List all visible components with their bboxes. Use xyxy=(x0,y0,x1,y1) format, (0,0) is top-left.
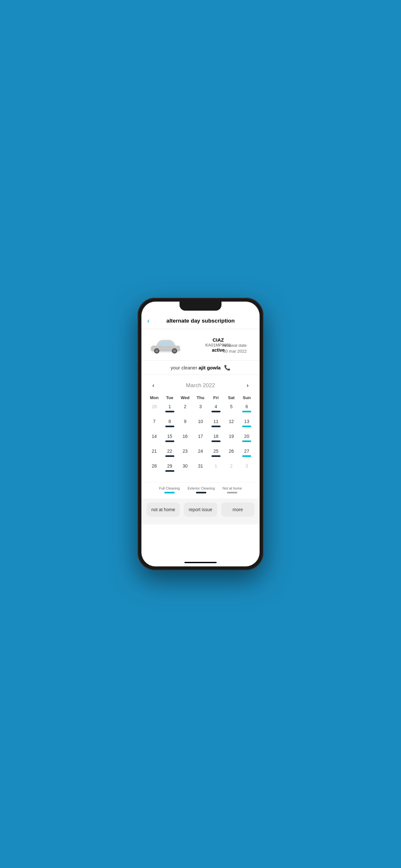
more-button[interactable]: more xyxy=(221,502,254,517)
legend-section: Full CleaningExterior CleaningNot at hom… xyxy=(142,482,259,499)
cal-indicator-exterior xyxy=(165,426,174,427)
cal-date: 23 xyxy=(182,448,188,454)
cal-cell[interactable]: 1 xyxy=(162,403,178,417)
cal-cell[interactable]: 16 xyxy=(177,432,193,446)
cal-date: 25 xyxy=(213,448,219,454)
cal-header-cell-sun: Sun xyxy=(239,394,254,401)
svg-rect-7 xyxy=(150,347,151,349)
cal-cell[interactable]: 12 xyxy=(224,417,239,432)
cal-indicator-exterior xyxy=(212,426,220,427)
cal-cell[interactable]: 5 xyxy=(224,403,239,417)
legend-bar xyxy=(164,492,175,493)
cal-cell[interactable]: 24 xyxy=(193,447,208,461)
legend-label: Full Cleaning xyxy=(159,486,180,490)
cal-header-cell-tue: Tue xyxy=(162,394,178,401)
cal-row-3: 21222324252627 xyxy=(147,447,254,461)
legend-item: Full Cleaning xyxy=(159,486,180,493)
cal-indicator-exterior xyxy=(212,455,220,457)
svg-point-3 xyxy=(155,349,158,352)
cal-cell[interactable]: 7 xyxy=(147,417,162,432)
cal-cell[interactable]: 3 xyxy=(193,403,208,417)
cal-cell[interactable]: 26 xyxy=(224,447,239,461)
cal-header-cell-sat: Sat xyxy=(224,394,239,401)
cal-date: 1 xyxy=(168,404,171,409)
cleaner-label: your cleaner xyxy=(171,365,197,370)
cal-date: 27 xyxy=(244,448,249,454)
renewal-label: renewal date xyxy=(223,343,247,348)
not-at-home-button[interactable]: not at home xyxy=(147,502,180,517)
cal-row-0: 28123456 xyxy=(147,403,254,417)
legend-label: Not at home xyxy=(222,486,242,490)
cal-date: 24 xyxy=(198,448,203,454)
cal-cell[interactable]: 9 xyxy=(177,417,193,432)
cal-cell[interactable]: 21 xyxy=(147,447,162,461)
cal-indicator-exterior xyxy=(165,411,174,412)
cal-row-1: 78910111213 xyxy=(147,417,254,432)
renewal-info: renewal date 30 mar 2022 xyxy=(223,343,247,354)
cal-cell[interactable]: 31 xyxy=(193,462,208,476)
cal-cell[interactable]: 18 xyxy=(208,432,224,446)
back-button[interactable]: ‹ xyxy=(147,317,150,325)
cal-date: 12 xyxy=(229,419,234,424)
car-image xyxy=(148,334,183,355)
action-buttons: not at homereport issuemore xyxy=(142,499,259,524)
cal-cell[interactable]: 15 xyxy=(162,432,178,446)
legend-items: Full CleaningExterior CleaningNot at hom… xyxy=(159,486,242,493)
car-section: CIAZ KA01MP9931 active renewal date 30 m… xyxy=(142,329,259,361)
cal-indicator-full xyxy=(242,411,251,412)
phone-icon[interactable]: 📞 xyxy=(224,365,230,370)
legend-item: Not at home xyxy=(222,486,242,493)
renewal-date: 30 mar 2022 xyxy=(223,349,247,353)
cal-date: 13 xyxy=(244,419,249,424)
cal-indicator-exterior xyxy=(165,455,174,457)
cal-cell[interactable]: 2 xyxy=(224,462,239,476)
cal-cell[interactable]: 11 xyxy=(208,417,224,432)
cal-cell[interactable]: 27 xyxy=(239,447,254,461)
cal-cell[interactable]: 29 xyxy=(162,462,178,476)
cal-date: 22 xyxy=(167,448,173,454)
cal-date: 29 xyxy=(167,463,173,469)
cal-cell[interactable]: 25 xyxy=(208,447,224,461)
cal-header-cell-mon: Mon xyxy=(147,394,162,401)
cal-indicator-full xyxy=(242,426,251,427)
cal-date: 7 xyxy=(153,419,156,424)
cal-date: 2 xyxy=(184,404,186,409)
cal-date: 1 xyxy=(215,463,217,469)
car-svg xyxy=(148,334,183,355)
cal-cell[interactable]: 1 xyxy=(208,462,224,476)
notch xyxy=(180,302,221,311)
cal-date: 21 xyxy=(152,448,157,454)
cal-date: 6 xyxy=(245,404,248,409)
cal-cell[interactable]: 4 xyxy=(208,403,224,417)
cal-cell[interactable]: 28 xyxy=(147,462,162,476)
cal-cell[interactable]: 30 xyxy=(177,462,193,476)
cal-date: 19 xyxy=(229,434,234,439)
cal-cell[interactable]: 17 xyxy=(193,432,208,446)
screen-content: ‹ alternate day subscription xyxy=(142,302,259,566)
next-month-button[interactable]: › xyxy=(244,381,251,390)
report-issue-button[interactable]: report issue xyxy=(184,502,217,517)
legend-bar xyxy=(227,492,237,493)
cal-cell[interactable]: 6 xyxy=(239,403,254,417)
cal-row-4: 28293031123 xyxy=(147,462,254,476)
cal-cell[interactable]: 8 xyxy=(162,417,178,432)
cal-date: 18 xyxy=(213,434,219,439)
svg-point-5 xyxy=(173,349,176,352)
cal-cell[interactable]: 20 xyxy=(239,432,254,446)
cal-date: 15 xyxy=(167,434,173,439)
cal-cell[interactable]: 2 xyxy=(177,403,193,417)
prev-month-button[interactable]: ‹ xyxy=(150,381,157,390)
cal-header-cell-thu: Thu xyxy=(193,394,208,401)
cal-row-2: 14151617181920 xyxy=(147,432,254,446)
calendar-month: March 2022 xyxy=(186,382,215,389)
cal-date: 5 xyxy=(230,404,233,409)
cal-cell[interactable]: 14 xyxy=(147,432,162,446)
cal-cell[interactable]: 22 xyxy=(162,447,178,461)
cal-cell[interactable]: 28 xyxy=(147,403,162,417)
legend-bar xyxy=(196,492,206,493)
cal-cell[interactable]: 23 xyxy=(177,447,193,461)
cal-cell[interactable]: 13 xyxy=(239,417,254,432)
cal-cell[interactable]: 3 xyxy=(239,462,254,476)
cal-cell[interactable]: 19 xyxy=(224,432,239,446)
cal-cell[interactable]: 10 xyxy=(193,417,208,432)
